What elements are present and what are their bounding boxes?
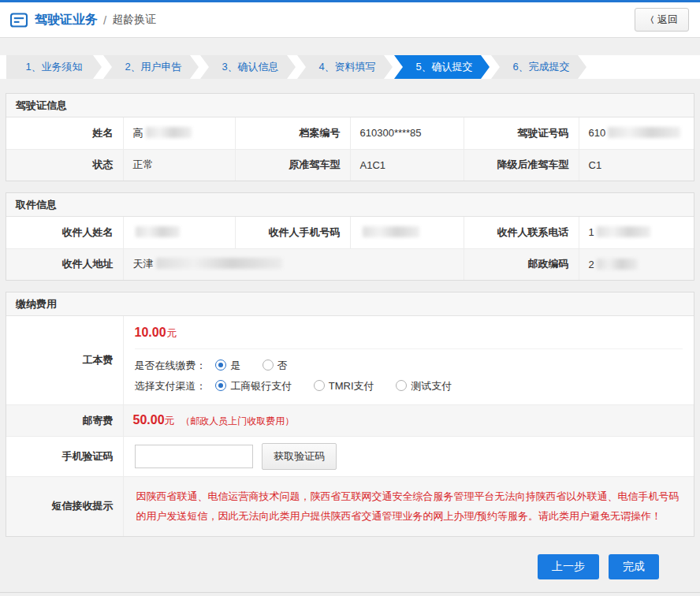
previous-step-button[interactable]: 上一步 [538, 554, 599, 579]
redacted-blur [363, 226, 419, 237]
breadcrumb-separator: / [103, 13, 106, 27]
get-code-button[interactable]: 获取验证码 [262, 443, 337, 470]
mailing-fee-note: （邮政人员上门收取费用） [181, 415, 294, 427]
online-pay-row: 是否在线缴费： 是 否 [135, 356, 683, 376]
sms-notice-label: 短信接收提示 [6, 477, 123, 536]
sms-code-label: 手机验证码 [6, 437, 123, 477]
back-chevron-icon: 〈 [646, 15, 654, 24]
table-row: 工本费 10.00元 是否在线缴费： 是 否 选择支付渠道： 工商银行支付 TM… [6, 316, 694, 405]
tab-step-4[interactable]: 4、资料填写 [297, 55, 393, 79]
redacted-blur [146, 127, 192, 138]
file-no-label: 档案编号 [235, 117, 350, 149]
license-info-section: 驾驶证信息 姓名 高 档案编号 610300****85 驾驶证号码 610 状… [6, 93, 694, 181]
online-pay-yes-radio[interactable] [215, 359, 226, 371]
back-button[interactable]: 〈返回 [635, 8, 689, 32]
production-fee-label: 工本费 [6, 316, 123, 405]
sms-code-input[interactable] [135, 445, 253, 468]
recipient-mobile-label: 收件人手机号码 [235, 217, 350, 248]
sms-code-cell: 获取验证码 [123, 437, 694, 477]
tab-step-6[interactable]: 6、完成提交 [491, 55, 586, 79]
tab-step-3[interactable]: 3、确认信息 [200, 55, 296, 79]
tab-step-2[interactable]: 2、用户申告 [103, 55, 199, 79]
name-value: 高 [123, 117, 235, 149]
name-label: 姓名 [6, 117, 123, 149]
online-pay-no-label: 否 [277, 359, 288, 371]
online-pay-question: 是否在线缴费： [135, 359, 207, 371]
breadcrumb-subtitle: 超龄换证 [112, 13, 156, 27]
pay-channel-question: 选择支付渠道： [135, 380, 207, 392]
footer-actions: 上一步 完成 [0, 554, 700, 579]
channel-tmri-radio[interactable] [314, 380, 325, 391]
recipient-name-label: 收件人姓名 [6, 217, 123, 248]
redacted-blur [608, 127, 680, 138]
postal-code-label: 邮政编码 [464, 248, 579, 280]
sms-notice-cell: 因陕西省联通、电信运营商技术问题，陕西省互联网交通安全综合服务管理平台无法向持陕… [123, 477, 694, 536]
sms-notice-text: 因陕西省联通、电信运营商技术问题，陕西省互联网交通安全综合服务管理平台无法向持陕… [136, 486, 682, 527]
downgraded-class-value: C1 [579, 149, 694, 181]
production-fee-amount: 10.00元 [135, 324, 683, 349]
payment-section: 缴纳费用 工本费 10.00元 是否在线缴费： 是 否 选择支付渠道： 工商银行… [6, 292, 694, 537]
online-pay-no-radio[interactable] [262, 359, 274, 371]
recipient-address-label: 收件人地址 [6, 248, 123, 280]
table-row: 收件人地址 天津 邮政编码 2 [6, 248, 694, 280]
redacted-blur [156, 258, 282, 269]
recipient-name-value [123, 217, 235, 248]
payment-section-title: 缴纳费用 [6, 292, 694, 316]
page-bottom-divider [0, 592, 700, 593]
license-business-icon [9, 13, 28, 28]
redacted-blur [136, 226, 180, 237]
recipient-phone-label: 收件人联系电话 [464, 217, 579, 248]
production-fee-cell: 10.00元 是否在线缴费： 是 否 选择支付渠道： 工商银行支付 TMRI支付… [123, 316, 694, 405]
pickup-info-section: 取件信息 收件人姓名 收件人手机号码 收件人联系电话 1 收件人地址 天津 邮政… [6, 192, 694, 281]
table-row: 邮寄费 50.00元 （邮政人员上门收取费用） [6, 405, 694, 437]
orig-class-label: 原准驾车型 [235, 149, 350, 181]
table-row: 状态 正常 原准驾车型 A1C1 降级后准驾车型 C1 [6, 149, 694, 181]
payment-table: 工本费 10.00元 是否在线缴费： 是 否 选择支付渠道： 工商银行支付 TM… [6, 316, 694, 536]
pay-channel-row: 选择支付渠道： 工商银行支付 TMRI支付 测试支付 [135, 376, 683, 397]
table-row: 手机验证码 获取验证码 [6, 437, 694, 477]
channel-test-radio[interactable] [396, 380, 407, 391]
orig-class-value: A1C1 [350, 149, 464, 181]
channel-test-label: 测试支付 [411, 380, 452, 392]
tab-step-1[interactable]: 1、业务须知 [6, 55, 102, 79]
license-section-title: 驾驶证信息 [6, 94, 694, 117]
finish-button[interactable]: 完成 [609, 554, 659, 579]
redacted-blur [597, 226, 650, 237]
mailing-fee-cell: 50.00元 （邮政人员上门收取费用） [123, 405, 694, 437]
pickup-section-title: 取件信息 [6, 193, 694, 217]
license-info-table: 姓名 高 档案编号 610300****85 驾驶证号码 610 状态 正常 原… [6, 117, 694, 181]
file-no-value: 610300****85 [350, 117, 464, 149]
table-row: 姓名 高 档案编号 610300****85 驾驶证号码 610 [6, 117, 694, 149]
back-label: 返回 [657, 13, 678, 25]
pickup-info-table: 收件人姓名 收件人手机号码 收件人联系电话 1 收件人地址 天津 邮政编码 2 [6, 217, 694, 280]
page-header: 驾驶证业务 / 超龄换证 〈返回 [0, 2, 700, 38]
table-row: 短信接收提示 因陕西省联通、电信运营商技术问题，陕西省互联网交通安全综合服务管理… [6, 477, 694, 536]
channel-tmri-label: TMRI支付 [329, 380, 374, 392]
status-value: 正常 [123, 149, 235, 181]
mailing-fee-amount: 50.00元 [133, 413, 175, 427]
recipient-mobile-value [350, 217, 464, 248]
channel-icbc-label: 工商银行支付 [230, 380, 292, 392]
page-title: 驾驶证业务 [35, 12, 98, 28]
channel-icbc-radio[interactable] [215, 380, 226, 391]
step-tabs: 1、业务须知 2、用户申告 3、确认信息 4、资料填写 5、确认提交 6、完成提… [0, 55, 700, 79]
postal-code-value: 2 [579, 248, 694, 280]
table-row: 收件人姓名 收件人手机号码 收件人联系电话 1 [6, 217, 694, 248]
recipient-phone-value: 1 [579, 217, 694, 248]
downgraded-class-label: 降级后准驾车型 [464, 149, 579, 181]
status-label: 状态 [6, 149, 123, 181]
license-no-label: 驾驶证号码 [464, 117, 579, 149]
license-no-value: 610 [579, 117, 694, 149]
recipient-address-value: 天津 [123, 248, 464, 280]
mailing-fee-label: 邮寄费 [6, 405, 123, 437]
tab-step-5-active[interactable]: 5、确认提交 [394, 55, 490, 79]
online-pay-yes-label: 是 [230, 359, 240, 371]
redacted-blur [597, 259, 638, 270]
